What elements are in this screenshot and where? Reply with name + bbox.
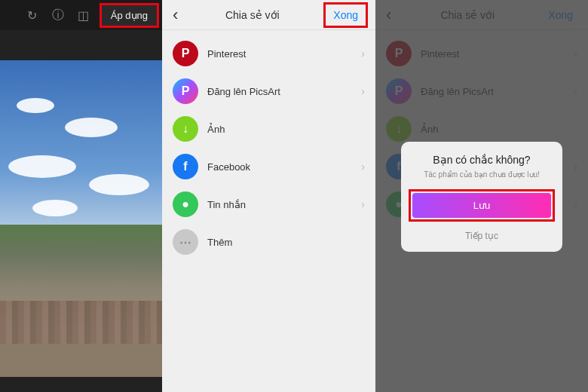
picsart-icon: P bbox=[173, 78, 198, 104]
dialog-subtitle: Tác phẩm của bạn chưa được lưu! bbox=[409, 170, 555, 179]
chevron-right-icon: › bbox=[361, 85, 365, 97]
share-item-label: Ảnh bbox=[207, 124, 365, 135]
share-item-label: Đăng lên PicsArt bbox=[207, 86, 352, 97]
share-list: P Pinterest › P Đăng lên PicsArt › ↓ Ảnh… bbox=[162, 30, 375, 261]
share-panel: ‹ Chia sẻ với Xong P Pinterest › P Đăng … bbox=[162, 0, 375, 392]
info-icon[interactable]: ⓘ bbox=[48, 5, 68, 25]
share-header: ‹ Chia sẻ với Xong bbox=[162, 0, 375, 30]
share-item-label: Pinterest bbox=[207, 48, 352, 60]
facebook-icon: f bbox=[173, 154, 198, 179]
share-item-picsart[interactable]: P Đăng lên PicsArt › bbox=[162, 72, 375, 110]
apply-button[interactable]: Áp dụng bbox=[100, 3, 159, 28]
share-item-messages[interactable]: ● Tin nhắn › bbox=[162, 185, 375, 223]
share-title: Chia sẻ với bbox=[181, 9, 323, 21]
pinterest-icon: P bbox=[173, 41, 198, 66]
more-icon: ⋯ bbox=[173, 229, 198, 255]
edited-photo bbox=[0, 60, 162, 377]
redo-icon[interactable]: ↻ bbox=[23, 5, 42, 25]
back-icon[interactable]: ‹ bbox=[170, 5, 181, 25]
photos-icon: ↓ bbox=[173, 116, 198, 142]
compare-icon[interactable]: ◫ bbox=[74, 5, 93, 25]
dialog-title: Bạn có chắc không? bbox=[409, 154, 555, 166]
messages-icon: ● bbox=[173, 191, 198, 217]
save-button-highlight: Lưu bbox=[409, 189, 555, 222]
chevron-right-icon: › bbox=[361, 198, 365, 210]
editor-toolbar: ↻ ⓘ ◫ Áp dụng bbox=[0, 0, 162, 30]
share-item-more[interactable]: ⋯ Thêm bbox=[162, 223, 375, 261]
chevron-right-icon: › bbox=[361, 161, 365, 173]
share-item-photos[interactable]: ↓ Ảnh bbox=[162, 110, 375, 148]
save-button[interactable]: Lưu bbox=[412, 193, 551, 218]
share-panel-dimmed: ‹ Chia sẻ với Xong P Pinterest › P Đăng … bbox=[375, 0, 588, 392]
share-item-label: Tin nhắn bbox=[207, 199, 352, 210]
continue-button[interactable]: Tiếp tục bbox=[409, 231, 555, 241]
share-item-label: Thêm bbox=[207, 237, 365, 248]
done-button[interactable]: Xong bbox=[323, 2, 368, 28]
editor-panel: ↻ ⓘ ◫ Áp dụng bbox=[0, 0, 162, 392]
share-item-facebook[interactable]: f Facebook › bbox=[162, 148, 375, 185]
share-item-pinterest[interactable]: P Pinterest › bbox=[162, 35, 375, 72]
chevron-right-icon: › bbox=[361, 47, 365, 60]
share-item-label: Facebook bbox=[207, 161, 352, 173]
confirm-dialog: Bạn có chắc không? Tác phẩm của bạn chưa… bbox=[401, 142, 562, 252]
